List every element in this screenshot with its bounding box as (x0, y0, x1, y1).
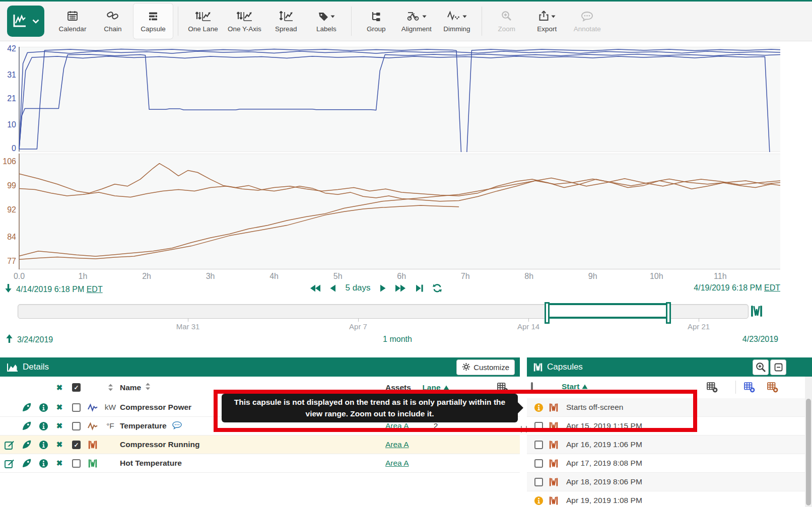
add-column-icon[interactable] (453, 382, 520, 393)
checkbox[interactable] (534, 478, 543, 486)
capsule-row[interactable]: Apr 16, 2019 1:06 PM (527, 436, 805, 454)
item-name: Temperature (120, 421, 373, 431)
slider-handle-left[interactable] (545, 302, 550, 324)
toolbar-button-group[interactable]: Group (356, 3, 396, 39)
annotation-bubble-icon[interactable] (172, 421, 182, 431)
rocket-icon[interactable] (18, 402, 35, 412)
warning-info-icon[interactable] (531, 496, 546, 505)
capsules-scrollbar[interactable] (805, 377, 812, 507)
capsule-color-icon (546, 459, 561, 468)
info-icon[interactable] (35, 459, 51, 468)
checkbox[interactable] (72, 403, 81, 412)
rocket-icon[interactable] (18, 421, 35, 431)
capsule-checkbox[interactable] (531, 459, 546, 468)
toolbar-button-export[interactable]: Export (527, 3, 567, 39)
asset-link[interactable]: Area A (373, 459, 418, 468)
assets-column-header[interactable]: Assets (385, 383, 411, 392)
bubble-icon (581, 10, 593, 22)
checkbox[interactable] (72, 459, 81, 468)
info-icon[interactable] (35, 403, 51, 412)
edit-icon[interactable] (0, 440, 18, 450)
add-capsule-column-icon[interactable] (706, 382, 718, 395)
customize-button[interactable]: Customize (456, 359, 515, 375)
rocket-icon[interactable] (18, 458, 35, 468)
condition-color-icon (85, 440, 101, 450)
capsule-row[interactable]: Apr 17, 2019 8:08 PM (527, 454, 805, 473)
rocket-icon[interactable] (18, 440, 35, 450)
item-checkbox[interactable] (67, 441, 85, 449)
asset-link[interactable]: Area A (373, 421, 418, 430)
item-checkbox[interactable] (67, 422, 85, 430)
sort-icon[interactable] (101, 384, 120, 391)
details-row-compressor-running[interactable]: ✖Compressor RunningArea A (0, 436, 520, 454)
capsules-zoom-button[interactable] (753, 359, 769, 375)
toolbar-button-calendar[interactable]: Calendar (52, 3, 93, 39)
capsule-row[interactable]: Apr 18, 2019 8:06 PM (527, 473, 805, 491)
toolbar-button-spread[interactable]: Spread (266, 3, 306, 39)
toolbar-button-dimming[interactable]: Dimming (437, 3, 477, 39)
trend-view-menu-button[interactable] (7, 6, 44, 37)
checkbox[interactable] (534, 459, 543, 468)
checkbox[interactable] (534, 441, 543, 449)
toolbar-button-one-lane[interactable]: One Lane (183, 3, 223, 39)
chevron-down-icon (32, 17, 39, 26)
remove-icon[interactable]: ✖ (51, 440, 67, 449)
panel-resize-grip[interactable] (521, 426, 527, 432)
capsule-start-label: Apr 16, 2019 1:06 PM (561, 440, 805, 449)
scrollbar-thumb[interactable] (806, 399, 811, 505)
capsule-row[interactable]: Apr 19, 2019 1:08 PM (527, 491, 805, 507)
remove-icon[interactable]: ✖ (51, 421, 67, 430)
toolbar-button-labels[interactable]: Labels (306, 3, 347, 39)
capsule-checkbox[interactable] (531, 441, 546, 449)
toolbar-button-capsule[interactable]: Capsule (133, 3, 173, 39)
item-checkbox[interactable] (67, 459, 85, 468)
warning-info-icon[interactable] (531, 403, 546, 412)
y-axis-tick-label: 21 (0, 94, 16, 103)
remove-icon[interactable]: ✖ (51, 459, 67, 468)
capsule-checkbox[interactable] (531, 422, 546, 430)
toolbar-button-one-y-axis[interactable]: One Y-Axis (223, 3, 266, 39)
updown-icon (195, 10, 211, 22)
remove-icon[interactable]: ✖ (51, 403, 67, 412)
x-axis-tick-label: 4h (269, 272, 279, 281)
capsules-collapse-button[interactable] (770, 359, 786, 375)
checkbox[interactable] (534, 422, 543, 430)
capsule-row[interactable]: Apr 15, 2019 1:15 PM (527, 417, 805, 436)
select-all-checkbox[interactable] (72, 383, 81, 392)
display-range-end[interactable]: 4/19/2019 6:18 PM EDT (0, 283, 780, 293)
capsule-checkbox[interactable] (531, 478, 546, 486)
capsule-row[interactable]: Starts off-screen (527, 398, 805, 417)
toolbar-button-label: Dimming (443, 25, 470, 33)
toolbar-button-label: Group (367, 25, 386, 33)
y-axis-tick-label: 92 (0, 205, 16, 214)
investigate-end-date[interactable]: 4/23/2019 (0, 335, 778, 344)
info-icon[interactable] (35, 440, 51, 450)
add-condition-column-icon[interactable] (767, 382, 779, 395)
slider-tick (699, 318, 699, 322)
y-axis-tick-label: 106 (0, 157, 16, 166)
signal-color-icon (85, 422, 101, 430)
sort-icon-name[interactable] (145, 383, 151, 392)
toolbar-button-chain[interactable]: Chain (93, 3, 133, 39)
name-column-header[interactable]: Name (120, 383, 141, 392)
toolbar-button-alignment[interactable]: Alignment (396, 3, 437, 39)
slider-selected-range[interactable] (547, 303, 668, 319)
start-column-header[interactable]: Start (562, 382, 579, 391)
asset-link[interactable]: Area A (373, 440, 418, 449)
checkbox[interactable] (72, 441, 81, 449)
checkbox[interactable] (72, 422, 81, 430)
capsule-time-toggle-icon[interactable] (751, 305, 763, 320)
capsules-select-all-checkbox[interactable] (531, 382, 533, 393)
toolbar-button-label: Spread (275, 25, 297, 33)
add-signal-column-icon[interactable] (743, 382, 756, 395)
edit-icon[interactable] (0, 458, 18, 469)
remove-all-icon[interactable]: ✖ (56, 383, 63, 392)
details-row-hot-temperature[interactable]: ✖Hot TemperatureArea A (0, 454, 520, 473)
toolbar-button-label: One Y-Axis (228, 25, 261, 33)
slider-handle-right[interactable] (666, 302, 671, 324)
toolbar-button-label: Annotate (574, 25, 601, 33)
y-axis-tick-label: 0 (0, 144, 16, 153)
info-icon[interactable] (35, 421, 51, 431)
item-checkbox[interactable] (67, 403, 85, 412)
lane-column-header[interactable]: Lane (422, 383, 440, 392)
